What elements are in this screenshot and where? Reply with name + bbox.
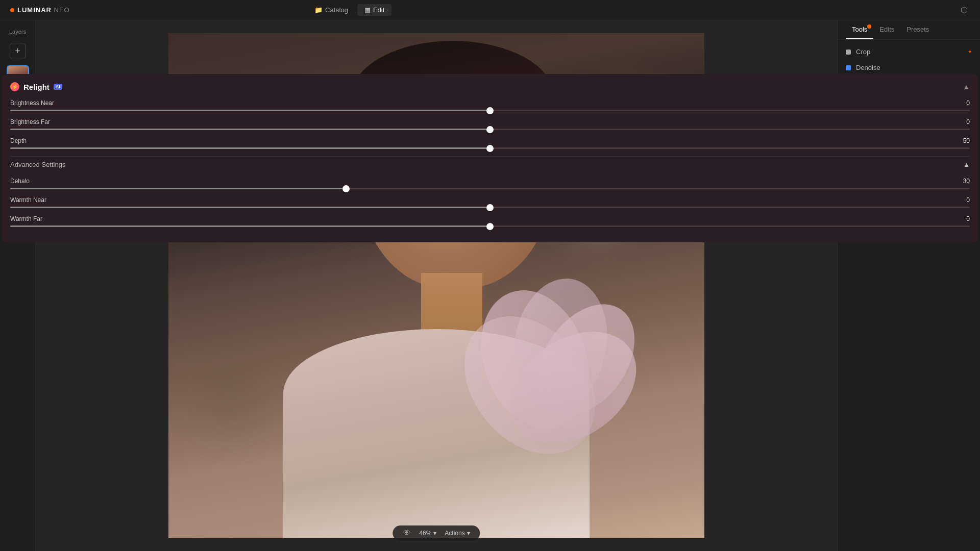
bokeh-2 — [194, 360, 271, 436]
relight-collapse-button[interactable]: ▲ — [963, 83, 970, 91]
settings-icon[interactable]: ⬡ — [959, 5, 970, 16]
tab-tools[interactable]: Tools — [846, 20, 873, 39]
top-right-area: ⬡ — [959, 5, 970, 16]
right-panel: Tools Edits Presets Crop ✦ Denoise — [837, 20, 980, 551]
tool-item-denoise[interactable]: Denoise — [838, 60, 980, 76]
warmth-far-track[interactable] — [837, 226, 970, 227]
dehalo-value: 30 — [958, 178, 970, 185]
dehalo-row: Dehalo 30 — [837, 178, 970, 189]
main-content: Layers + — [0, 20, 980, 551]
tools-badge — [867, 24, 871, 29]
panel-tabs: Tools Edits Presets — [838, 20, 980, 40]
denoise-icon — [846, 65, 851, 70]
relight-panel: ⚡ Relight AI ▲ Brightness Near 0 — [837, 74, 978, 242]
flower-decoration — [463, 278, 693, 472]
brightness-far-value: 0 — [958, 118, 970, 126]
add-layer-button[interactable]: + — [10, 43, 26, 59]
advanced-collapse-icon: ▲ — [963, 161, 970, 168]
actions-button[interactable]: Actions ▾ — [445, 530, 470, 537]
zoom-value: 46% — [419, 530, 431, 537]
app-name: LUMINAR NEO — [17, 6, 70, 14]
brightness-near-value: 0 — [958, 99, 970, 107]
brightness-far-row: Brightness Far 0 — [837, 118, 970, 130]
brightness-near-track[interactable] — [837, 110, 970, 111]
crop-icon — [846, 49, 851, 55]
warmth-far-value: 0 — [958, 215, 970, 222]
tool-item-crop[interactable]: Crop ✦ — [838, 44, 980, 60]
brightness-near-row: Brightness Near 0 — [837, 99, 970, 111]
crop-label: Crop — [856, 48, 870, 56]
logo-dot — [10, 8, 14, 12]
zoom-chevron: ▾ — [433, 530, 436, 537]
app-logo: LUMINAR NEO — [10, 6, 70, 14]
edit-icon: ▦ — [364, 6, 371, 14]
actions-label: Actions — [445, 530, 464, 537]
top-bar: LUMINAR NEO 📁 Catalog ▦ Edit ⬡ — [0, 0, 980, 20]
zoom-control[interactable]: 46% ▾ — [419, 530, 436, 537]
edit-label: Edit — [373, 6, 384, 14]
catalog-label: Catalog — [325, 6, 348, 14]
depth-value: 50 — [958, 137, 970, 144]
advanced-settings-header[interactable]: Advanced Settings ▲ — [837, 156, 970, 172]
dehalo-track[interactable] — [837, 188, 970, 189]
warmth-near-track[interactable] — [837, 207, 970, 208]
top-nav: 📁 Catalog ▦ Edit — [307, 4, 391, 16]
catalog-nav[interactable]: 📁 Catalog — [307, 4, 355, 16]
warmth-far-row: Warmth Far 0 — [837, 215, 970, 227]
visibility-icon[interactable]: 👁 — [403, 529, 411, 538]
denoise-label: Denoise — [856, 64, 880, 71]
tab-presets[interactable]: Presets — [900, 20, 935, 39]
brightness-far-track[interactable] — [837, 129, 970, 130]
warmth-near-row: Warmth Near 0 — [837, 196, 970, 208]
catalog-icon: 📁 — [314, 6, 323, 14]
advanced-settings-section: Advanced Settings ▲ Dehalo 30 — [837, 156, 970, 227]
crop-badge: ✦ — [968, 49, 972, 55]
relight-header: ⚡ Relight AI ▲ — [837, 82, 970, 91]
warmth-near-value: 0 — [958, 196, 970, 204]
bottom-bar: 👁 46% ▾ Actions ▾ — [393, 525, 480, 541]
layers-label: Layers — [9, 29, 26, 35]
depth-track[interactable] — [837, 147, 970, 149]
edit-nav[interactable]: ▦ Edit — [357, 4, 391, 16]
tab-edits[interactable]: Edits — [873, 20, 900, 39]
actions-chevron: ▾ — [467, 530, 470, 537]
depth-row: Depth 50 — [837, 137, 970, 149]
